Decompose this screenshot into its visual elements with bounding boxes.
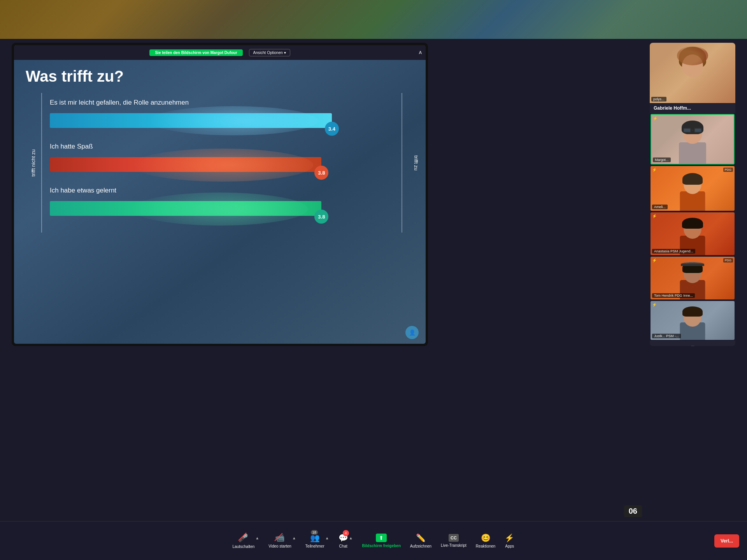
participant-face-3: [651, 166, 735, 211]
chart-row-3: Ich habe etwas gelernt 3.8: [50, 187, 394, 219]
bar-wrapper-3: 3.8: [50, 198, 394, 219]
toolbar-share-btn[interactable]: ⬆ Bildschirm freigeben: [362, 534, 401, 548]
leave-btn[interactable]: Verl...: [714, 534, 739, 548]
participant-card-2: ⚡ Margot...: [651, 114, 735, 164]
toolbar-video-btn[interactable]: 📹 Video starten: [268, 533, 291, 548]
chart-area: trifft nicht zu trifft zu Es ist mir lei…: [41, 93, 402, 233]
view-options-btn[interactable]: Ansicht Optionen ▾: [249, 49, 290, 56]
apps-label: Apps: [505, 544, 514, 548]
toolbar-participants-btn[interactable]: 👥 Teilnehmer 18: [305, 533, 324, 548]
slide-participant-icon: 👤: [405, 326, 419, 339]
participant-face-1: [650, 43, 735, 103]
chat-badge: 4: [343, 530, 349, 536]
laptop-screen: Sie teilen den Bildschirm von Margot Duf…: [14, 45, 426, 344]
participant-card-top: polys...: [650, 43, 735, 103]
bar-value-2: 3.8: [314, 166, 328, 180]
participant-card-3: ⚡ PDG Ameli...: [651, 166, 735, 211]
toolbar-chat-group[interactable]: 💬 Chat 4 ▲: [338, 533, 353, 548]
active-speaker-label: Gabriele Hoffm...: [650, 103, 735, 113]
share-icon: ⬆: [376, 534, 387, 542]
participant-lightning-2: ⚡: [653, 116, 658, 121]
participant-lightning-3: ⚡: [652, 168, 657, 172]
participant-lightning-4: ⚡: [652, 214, 657, 218]
participant-card-5: ⚡ PDG Tom Hendrik PDG Inne...: [651, 257, 735, 299]
toolbar-video-group[interactable]: 📹 Video starten ▲: [268, 533, 296, 548]
participant-name-5: Tom Hendrik PDG Inne...: [652, 293, 695, 298]
zoom-toolbar: 🎤 Lautschalten ▲ 📹 Video starten ▲ 👥 Tei…: [0, 521, 747, 560]
chat-label: Chat: [339, 544, 347, 548]
table-number: 06: [624, 505, 642, 517]
mute-icon: 🎤: [238, 533, 248, 543]
participant-name-3: Ameli...: [652, 205, 668, 209]
participant-name-2: Margot...: [653, 158, 671, 162]
bar-green-wave: [132, 192, 308, 226]
participant-lightning-6: ⚡: [652, 303, 657, 307]
reactions-label: Reaktionen: [476, 544, 496, 548]
toolbar-apps-btn[interactable]: ⚡ Apps: [505, 533, 514, 548]
participants-label: Teilnehmer: [305, 544, 324, 548]
bar-wrapper-1: 3.4: [50, 110, 394, 131]
chart-row-2: Ich hatte Spaß 3.8: [50, 143, 394, 175]
bar-label-3: Ich habe etwas gelernt: [50, 187, 394, 194]
y-axis-right-label: trifft zu: [413, 155, 419, 170]
video-label: Video starten: [268, 544, 291, 548]
toolbar-mute-btn[interactable]: 🎤 Lautschalten: [233, 533, 255, 549]
share-label: Bildschirm freigeben: [362, 544, 401, 548]
participant-badge-5: PDG: [723, 258, 733, 262]
bar-value-3: 3.8: [314, 210, 328, 224]
bar-orange-wave: [132, 149, 314, 182]
record-label: Aufzeichnen: [410, 544, 431, 548]
bar-blue-wave: [149, 106, 318, 135]
participants-sidebar: polys... Gabriele Hoffm... ⚡ Margot...: [650, 43, 735, 346]
bar-wrapper-2: 3.8: [50, 154, 394, 175]
toolbar-chat-btn[interactable]: 💬 Chat 4: [338, 533, 348, 548]
mute-label: Lautschalten: [233, 544, 255, 549]
bar-label-1: Es ist mir leicht gefallen, die Rolle an…: [50, 99, 394, 107]
share-banner: Sie teilen den Bildschirm von Margot Duf…: [149, 49, 242, 56]
video-arrow[interactable]: ▲: [292, 536, 296, 540]
participant-name-4: Anastasia PSM Jugend...: [652, 249, 695, 254]
participant-name-6: Justk... PSM -...: [652, 334, 681, 338]
slide-area: Was trifft zu? trifft nicht zu trifft zu…: [14, 60, 426, 344]
bar-label-2: Ich hatte Spaß: [50, 143, 394, 150]
participant-card-4: ⚡ Anastasia PSM Jugend...: [651, 212, 735, 255]
more-participants-btn[interactable]: ▾: [650, 341, 735, 346]
bar-blue: [50, 113, 332, 128]
bar-green: [50, 201, 321, 216]
bar-orange: [50, 157, 321, 172]
toolbar-participants-group[interactable]: 👥 Teilnehmer 18 ▲: [305, 533, 329, 548]
video-icon: 📹: [275, 533, 285, 542]
chart-row-1: Es ist mir leicht gefallen, die Rolle an…: [50, 99, 394, 131]
y-axis-left-label: trifft nicht zu: [30, 149, 36, 177]
bar-value-1: 3.4: [325, 122, 339, 136]
chart-inner: Es ist mir leicht gefallen, die Rolle an…: [41, 93, 402, 233]
toolbar-record-btn[interactable]: ✏️ Aufzeichnen: [410, 533, 431, 548]
record-icon: ✏️: [416, 533, 426, 542]
participant-lightning-5: ⚡: [652, 258, 657, 262]
participant-name-1: polys...: [651, 97, 666, 102]
zoom-topbar: Sie teilen den Bildschirm von Margot Duf…: [14, 45, 426, 60]
transcript-label: Live-Transkript: [441, 543, 466, 548]
mute-arrow[interactable]: ▲: [255, 536, 259, 540]
participants-arrow[interactable]: ▲: [325, 536, 329, 540]
toolbar-transcript-btn[interactable]: CC Live-Transkript: [441, 534, 466, 548]
participant-face-2: [651, 115, 734, 164]
toolbar-mute-group[interactable]: 🎤 Lautschalten ▲: [233, 533, 260, 549]
laptop-screen-frame: Sie teilen den Bildschirm von Margot Duf…: [12, 43, 428, 346]
transcript-icon: CC: [449, 534, 459, 542]
a-indicator: A: [419, 50, 422, 55]
slide-title: Was trifft zu?: [14, 60, 426, 89]
apps-icon: ⚡: [505, 533, 514, 542]
reactions-icon: 😊: [481, 533, 491, 542]
toolbar-reactions-btn[interactable]: 😊 Reaktionen: [476, 533, 496, 548]
participants-count-badge: 18: [311, 530, 318, 535]
participant-badge-3: PDG: [723, 168, 733, 172]
chat-arrow[interactable]: ▲: [349, 536, 353, 540]
participant-card-6: ⚡ Justk... PSM -...: [651, 301, 735, 340]
